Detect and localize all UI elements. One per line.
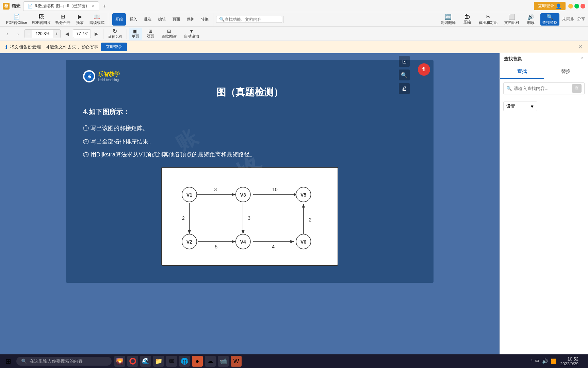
notification-text: 将文档备份云端，可避免文件丢失，省心省事 <box>10 44 98 50</box>
clock-area[interactable]: 10:52 2022/9/29 <box>560 356 578 366</box>
settings-dropdown-icon: ▼ <box>530 104 534 109</box>
compress-button[interactable]: 🗜 压缩 <box>460 13 474 26</box>
convert-label: 转换 <box>201 17 209 22</box>
settings-label: 设置 <box>506 103 515 109</box>
taskbar-search-placeholder: 在这里输入你要搜索的内容 <box>30 358 83 364</box>
sidebar-title-row: 查找替换 ⌃ <box>500 53 588 65</box>
print-button[interactable]: 🖨 <box>399 83 410 94</box>
insert-label: 插入 <box>130 17 137 22</box>
convert-menu-button[interactable]: 转换 <box>198 13 212 26</box>
sound-icon[interactable]: 🔊 <box>542 358 548 364</box>
settings-dropdown[interactable]: 设置 ▼ <box>503 102 537 111</box>
taskbar-icon-edge[interactable]: 🌊 <box>140 356 151 367</box>
logo-circle: 乐 <box>83 70 95 82</box>
taskbar-icon-email[interactable]: ✉ <box>166 356 177 367</box>
notification-bar: ℹ 将文档备份云端，可避免文件丢失，省心省事 立即登录 ✕ <box>0 41 588 53</box>
notification-login-button[interactable]: 立即登录 <box>101 43 127 51</box>
split-merge-button[interactable]: ⊞ 拆分合并 <box>53 13 72 26</box>
tab-close-icon[interactable]: ✕ <box>92 4 95 8</box>
toolbar-search-input[interactable] <box>225 17 279 22</box>
pdf-logo: 乐 乐智教学 lezhi teaching <box>83 70 416 82</box>
share-label[interactable]: 分享 <box>577 16 585 22</box>
find-tab-label: 查找 <box>517 68 527 74</box>
next-page-arrow[interactable]: ▶ <box>92 29 101 38</box>
read-button[interactable]: 🔊 朗读 <box>524 13 538 26</box>
continuous-label: 连续阅读 <box>162 34 177 39</box>
login-button[interactable]: 立即登录 👤 <box>534 2 566 10</box>
page-menu-button[interactable]: 页面 <box>169 13 183 26</box>
read-mode-button[interactable]: 📖 阅读模式 <box>87 13 107 26</box>
double-page-button[interactable]: ⊞ 双页 <box>144 28 157 40</box>
toolbar-group-office: 📄 PDF转Office 🖼 PDF转图片 ⊞ 拆分合并 ▶ 播放 📖 阅读模式 <box>3 13 108 26</box>
comment-menu-button[interactable]: 批注 <box>141 13 154 26</box>
question-number: 4.如下图所示： <box>83 106 416 118</box>
rotate-button[interactable]: ↻ 旋转文档 <box>105 28 125 40</box>
settings-area: 设置 ▼ <box>500 98 588 114</box>
toolbar-search-box[interactable]: 🔍 <box>216 16 282 23</box>
maximize-button[interactable] <box>574 4 579 9</box>
not-sync-label[interactable]: 未同步 <box>562 16 574 22</box>
taskbar-icon-circle[interactable]: ⭕ <box>127 356 138 367</box>
pdf-to-image-button[interactable]: 🖼 PDF转图片 <box>30 13 53 26</box>
network-icon[interactable]: 📶 <box>551 358 556 364</box>
taskbar-icon-landscape[interactable]: 🌄 <box>114 356 125 367</box>
sidebar-tabs: 查找 替换 <box>500 65 588 79</box>
zoom-control: − + <box>24 29 61 38</box>
taskbar-search-box[interactable]: 🔍 在这里输入你要搜索的内容 <box>16 357 112 366</box>
compress-label: 压缩 <box>463 20 471 25</box>
pdf-image-label: PDF转图片 <box>32 20 51 25</box>
page-indicator[interactable]: / 81 <box>73 29 91 38</box>
replace-tab[interactable]: 替换 <box>544 65 588 79</box>
logo-svg: 乐 <box>84 71 94 81</box>
continuous-page-button[interactable]: ⊟ 连续阅读 <box>159 28 179 40</box>
pdf-to-office-button[interactable]: 📄 PDF转Office <box>4 13 29 26</box>
zoom-input[interactable] <box>32 31 53 36</box>
taskbar-icon-folder[interactable]: 📁 <box>153 356 164 367</box>
taskbar-icon-video[interactable]: 📹 <box>218 356 229 367</box>
zoom-out-button[interactable]: − <box>25 29 32 38</box>
crop-button[interactable]: ✂ 截图和对比 <box>477 13 500 26</box>
toolbar-main: 📄 PDF转Office 🖼 PDF转图片 ⊞ 拆分合并 ▶ 播放 📖 阅读模式… <box>0 12 588 27</box>
svg-text:2: 2 <box>309 217 312 223</box>
fit-page-button[interactable]: ⊡ <box>399 56 410 67</box>
play-button[interactable]: ▶ 播放 <box>73 13 87 26</box>
find-tab[interactable]: 查找 <box>500 65 544 79</box>
close-button[interactable] <box>581 4 585 9</box>
taskbar-icon-app1[interactable]: ● <box>192 356 203 367</box>
sub-item-2-text: ② 写出全部拓扑排序结果。 <box>83 137 154 147</box>
taskbar-icon-browser[interactable]: 🌐 <box>179 356 190 367</box>
find-replace-button[interactable]: 🔍 查找替换 <box>540 13 559 26</box>
current-page-input[interactable] <box>75 31 83 36</box>
svg-text:V6: V6 <box>300 240 306 245</box>
compare-button[interactable]: ⬜ 文档比对 <box>502 13 521 26</box>
edit-menu-button[interactable]: 编辑 <box>155 13 169 26</box>
minimize-button[interactable] <box>568 4 573 9</box>
zoom-in-button[interactable]: + <box>53 29 60 38</box>
zoom-in-side-button[interactable]: 🔍 <box>399 70 410 80</box>
svg-text:3: 3 <box>248 216 250 221</box>
sidebar-search-go-button[interactable]: 查 <box>572 84 582 93</box>
next-page-button[interactable]: › <box>14 29 22 38</box>
windows-button[interactable]: ⊞ <box>3 356 14 367</box>
pdf-badge: fi <box>418 63 430 76</box>
prev-page-arrow[interactable]: ◀ <box>63 29 71 38</box>
notification-close-button[interactable]: ✕ <box>578 44 583 50</box>
taskbar-icon-cloud[interactable]: ☁ <box>205 356 216 367</box>
compress-icon: 🗜 <box>464 14 470 20</box>
translate-button[interactable]: 🔤 划词翻译 <box>439 13 458 26</box>
double-page-label: 双页 <box>147 34 154 39</box>
protect-menu-button[interactable]: 保护 <box>184 13 197 26</box>
sidebar-close-icon[interactable]: ⌃ <box>580 57 584 62</box>
sidebar-search-input[interactable] <box>514 86 570 91</box>
taskbar-icon-word[interactable]: W <box>231 356 242 367</box>
auto-scroll-button[interactable]: ▼ 自动滚动 <box>181 28 202 40</box>
new-tab-button[interactable]: + <box>100 2 109 10</box>
insert-menu-button[interactable]: 插入 <box>127 13 140 26</box>
start-menu-button[interactable]: 开始 <box>112 13 126 26</box>
pdf-tab[interactable]: 📄 6.数据结构-图...pdf（已加密） ✕ <box>23 1 99 11</box>
lang-indicator[interactable]: 中 <box>535 358 539 364</box>
prev-page-button[interactable]: ‹ <box>3 29 12 38</box>
tray-arrow-icon[interactable]: ^ <box>530 359 533 364</box>
title-bar: 稻 稻壳 📄 6.数据结构-图...pdf（已加密） ✕ + 立即登录 👤 <box>0 0 588 12</box>
single-page-button[interactable]: ▣ 单页 <box>129 28 142 40</box>
